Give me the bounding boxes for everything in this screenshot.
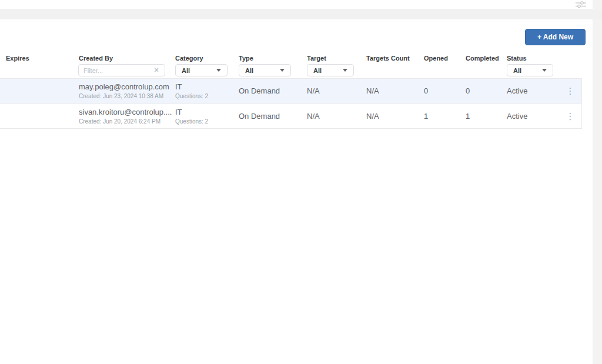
clear-filter-icon[interactable]: ✕ bbox=[152, 66, 160, 74]
filter-sliders-icon[interactable] bbox=[576, 1, 586, 8]
column-header-target: Target bbox=[307, 55, 326, 62]
type-cell: On Demand bbox=[239, 112, 280, 121]
column-header-completed: Completed bbox=[466, 55, 499, 62]
targets-count-cell: N/A bbox=[366, 86, 379, 95]
type-filter-dropdown[interactable]: All bbox=[239, 64, 291, 76]
target-cell: N/A bbox=[307, 86, 320, 95]
column-header-targets-count: Targets Count bbox=[366, 55, 410, 62]
column-header-type: Type bbox=[239, 55, 253, 62]
target-cell: N/A bbox=[307, 112, 320, 121]
column-header-opened: Opened bbox=[424, 55, 448, 62]
right-gutter bbox=[593, 0, 602, 364]
table-row[interactable]: may.poleg@controlup.com Created: Jun 23,… bbox=[0, 79, 581, 103]
chevron-down-icon bbox=[542, 69, 547, 72]
created-date-cell: Created: Jun 23, 2024 10:38 AM bbox=[79, 93, 163, 99]
target-filter-dropdown[interactable]: All bbox=[307, 64, 354, 76]
target-filter-value: All bbox=[307, 67, 343, 74]
targets-count-cell: N/A bbox=[366, 112, 379, 121]
column-header-expires: Expires bbox=[6, 55, 29, 62]
status-filter-value: All bbox=[507, 67, 542, 74]
status-filter-dropdown[interactable]: All bbox=[507, 64, 553, 76]
status-cell: Active bbox=[507, 86, 527, 95]
type-filter-value: All bbox=[239, 67, 280, 74]
completed-cell: 1 bbox=[466, 112, 470, 121]
completed-cell: 0 bbox=[466, 86, 470, 95]
category-cell: IT bbox=[175, 82, 182, 91]
status-cell: Active bbox=[507, 112, 527, 121]
category-filter-dropdown[interactable]: All bbox=[175, 64, 228, 76]
chevron-down-icon bbox=[216, 69, 221, 72]
type-cell: On Demand bbox=[239, 86, 280, 95]
category-filter-value: All bbox=[176, 67, 216, 74]
category-cell: IT bbox=[175, 108, 182, 116]
row-menu-icon[interactable]: ⋮ bbox=[566, 84, 575, 98]
opened-cell: 0 bbox=[424, 86, 428, 95]
survey-table: may.poleg@controlup.com Created: Jun 23,… bbox=[0, 78, 582, 129]
header-strip bbox=[0, 10, 602, 19]
column-header-status: Status bbox=[507, 55, 527, 62]
questions-cell: Questions: 2 bbox=[175, 93, 208, 99]
row-menu-icon[interactable]: ⋮ bbox=[566, 109, 575, 123]
chevron-down-icon bbox=[280, 69, 285, 72]
table-row[interactable]: sivan.kroitoru@controlup.... Created: Ju… bbox=[0, 103, 581, 128]
add-new-survey-button[interactable]: + Add New Survey bbox=[525, 29, 586, 45]
created-by-cell: may.poleg@controlup.com bbox=[79, 82, 169, 91]
chevron-down-icon bbox=[343, 69, 347, 72]
column-header-category: Category bbox=[175, 55, 203, 62]
created-by-cell: sivan.kroitoru@controlup.... bbox=[79, 108, 172, 116]
created-date-cell: Created: Jun 20, 2024 6:24 PM bbox=[79, 118, 160, 125]
questions-cell: Questions: 2 bbox=[175, 118, 208, 125]
opened-cell: 1 bbox=[424, 112, 428, 121]
column-header-created-by: Created By bbox=[79, 55, 113, 62]
top-bar bbox=[0, 0, 593, 10]
